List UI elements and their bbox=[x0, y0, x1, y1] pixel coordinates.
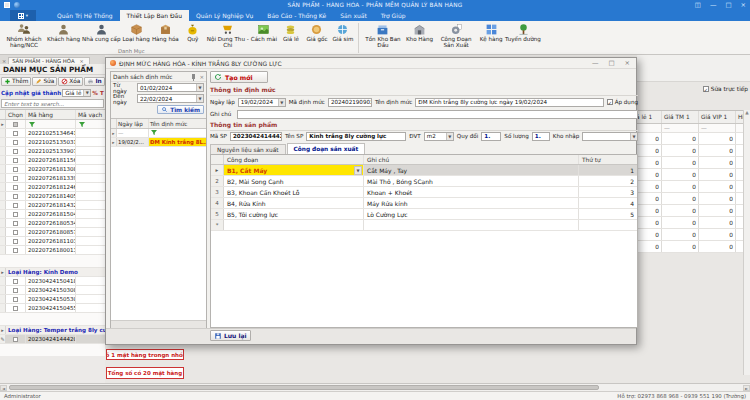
price-grid-row[interactable]: 000 bbox=[628, 169, 743, 181]
chevron-down-icon[interactable]: ▼ bbox=[196, 95, 203, 102]
ribbon-button-price-retail[interactable]: Giá lẻ bbox=[278, 22, 304, 42]
dialog-minimize-button[interactable]: — bbox=[592, 59, 599, 67]
theme-button[interactable]: ◫ bbox=[695, 1, 701, 9]
price-grid-row[interactable]: 000 bbox=[628, 205, 743, 217]
app-menu-button[interactable]: ▾ bbox=[10, 10, 36, 21]
scroll-thumb[interactable] bbox=[9, 385, 599, 390]
product-row[interactable]: 20220726181405 bbox=[0, 192, 105, 201]
menu-tab-2[interactable]: Thiết Lập Ban Đầu bbox=[120, 10, 189, 21]
product-row[interactable]: 20220726180534 bbox=[0, 219, 105, 228]
so-luong-field[interactable]: 1. bbox=[532, 132, 550, 141]
delete-button[interactable]: Xóa bbox=[58, 77, 83, 86]
dialog-tab-1[interactable]: Nguyên liệu sản xuất bbox=[210, 144, 286, 154]
product-row[interactable]: 20230424150455 bbox=[0, 304, 105, 313]
norm-list-row[interactable]: ▸19/02/2...ĐM Kính trắng 8L... bbox=[111, 138, 206, 147]
search-button[interactable]: Tìm kiếm bbox=[157, 105, 204, 114]
ribbon-button-shelf[interactable]: Kệ hàng bbox=[478, 22, 504, 42]
price-type-select[interactable]: Giá lẻ ▼ bbox=[62, 89, 91, 97]
dvt-select[interactable]: m2 ▼ bbox=[424, 132, 454, 141]
print-button[interactable]: In bbox=[84, 77, 104, 86]
norm-list-filter-row[interactable]: ▸— bbox=[111, 129, 206, 138]
row-checkbox[interactable] bbox=[13, 288, 18, 293]
product-row[interactable]: 20230424150418 bbox=[0, 277, 105, 286]
panel-close-icon[interactable]: × bbox=[199, 74, 204, 80]
product-row[interactable]: 20220726181504 bbox=[0, 210, 105, 219]
row-checkbox[interactable] bbox=[13, 194, 18, 199]
ngay-lap-field[interactable]: 19/02/2024 ▼ bbox=[238, 98, 286, 107]
row-checkbox[interactable] bbox=[13, 140, 18, 145]
price-grid-row[interactable]: 000 bbox=[628, 229, 743, 241]
chevron-down-icon[interactable]: ▼ bbox=[630, 133, 637, 140]
product-row[interactable]: 20220726181308 bbox=[0, 165, 105, 174]
add-button[interactable]: Thêm bbox=[1, 77, 31, 86]
chevron-down-icon[interactable]: ▼ bbox=[278, 99, 285, 106]
row-checkbox[interactable] bbox=[13, 212, 18, 217]
ghi-chu-field[interactable] bbox=[237, 110, 638, 119]
checkbox-checked-icon[interactable]: ✓ bbox=[703, 86, 709, 92]
product-row[interactable]: 20220726181103 bbox=[0, 237, 105, 246]
product-row[interactable]: 20230424150530 bbox=[0, 295, 105, 304]
row-checkbox[interactable] bbox=[13, 279, 18, 284]
edit-button[interactable]: Sửa bbox=[32, 77, 57, 86]
price-grid-row[interactable]: 000 bbox=[628, 193, 743, 205]
ma-sp-field[interactable]: 20230424144420 bbox=[230, 132, 282, 141]
minimize-button[interactable]: — bbox=[710, 1, 717, 9]
product-row[interactable]: 20220726180013 bbox=[0, 246, 105, 255]
row-checkbox[interactable] bbox=[13, 203, 18, 208]
search-input[interactable] bbox=[2, 101, 103, 108]
process-row[interactable]: * bbox=[211, 220, 637, 231]
row-checkbox[interactable] bbox=[13, 221, 18, 226]
product-row[interactable]: 20230424150308 bbox=[0, 286, 105, 295]
chevron-down-icon[interactable]: ▼ bbox=[446, 133, 453, 140]
menu-tab-1[interactable]: Quản Trị Hệ Thống bbox=[50, 10, 120, 21]
chevron-down-icon[interactable]: ▼ bbox=[196, 84, 203, 91]
maximize-button[interactable]: □ bbox=[725, 1, 731, 9]
ribbon-button-fund[interactable]: Quỹ bbox=[180, 22, 206, 42]
ribbon-button-supplier[interactable]: Nhà cung cấp bbox=[81, 22, 121, 42]
ten-dinh-muc-field[interactable]: ĐM Kính trắng 8ly cường lực ngày 19/02/2… bbox=[415, 98, 603, 107]
process-row[interactable]: ▸B1, Cắt Máy▼Cắt Máy , Tay1 bbox=[211, 165, 637, 176]
row-checkbox[interactable] bbox=[13, 176, 18, 181]
product-row[interactable]: 20220726181432 bbox=[0, 201, 105, 210]
row-checkbox[interactable] bbox=[13, 149, 18, 154]
edit-direct-option[interactable]: ✓ Sửa trực tiếp bbox=[648, 86, 748, 92]
process-row[interactable]: 3B3, Khoan Cấn Khoét LỗKhoan + Khoét3 bbox=[211, 187, 637, 198]
price-grid-filter-row[interactable]: ——— bbox=[628, 124, 743, 133]
row-checkbox[interactable] bbox=[13, 239, 18, 244]
close-button[interactable]: × bbox=[741, 1, 746, 9]
ribbon-button-price-cost[interactable]: Giá gốc bbox=[304, 22, 330, 42]
menu-tab-5[interactable]: Sản xuất bbox=[333, 10, 374, 21]
process-row[interactable]: 5B5, Tôi cường lựcLò Cường Lực5 bbox=[211, 209, 637, 220]
menu-tab-4[interactable]: Báo Cáo - Thống Kê bbox=[260, 10, 333, 21]
filter-checkbox[interactable] bbox=[13, 122, 18, 127]
row-checkbox[interactable] bbox=[13, 297, 18, 302]
close-icon[interactable]: × bbox=[2, 58, 6, 64]
ribbon-button-customer[interactable]: Khách hàng bbox=[46, 22, 81, 42]
to-date-field[interactable]: 22/02/2024 ▼ bbox=[137, 94, 204, 103]
ribbon-button-category[interactable]: Loại hàng bbox=[122, 22, 151, 42]
tab-san-pham-hang-hoa[interactable]: SẢN PHẨM - HÀNG HÓA × bbox=[8, 57, 90, 64]
ribbon-button-route[interactable]: Tuyến đường bbox=[504, 22, 542, 42]
price-grid-row[interactable]: 000 bbox=[628, 181, 743, 193]
dialog-maximize-button[interactable]: □ bbox=[608, 59, 614, 67]
price-grid-row[interactable]: 000 bbox=[628, 145, 743, 157]
from-date-field[interactable]: 01/02/2024 ▼ bbox=[137, 83, 204, 92]
ribbon-button-stock[interactable]: Tồn Kho Ban Đầu bbox=[361, 22, 405, 49]
row-checkbox[interactable] bbox=[13, 167, 18, 172]
ribbon-button-revenue[interactable]: Nội Dung Thu - Chi bbox=[206, 22, 250, 49]
row-checkbox[interactable] bbox=[13, 230, 18, 235]
product-row[interactable]: 20220726181246 bbox=[0, 183, 105, 192]
product-row[interactable]: 20220726180857 bbox=[0, 228, 105, 237]
cell-dropdown-icon[interactable]: ▼ bbox=[354, 166, 362, 175]
ribbon-button-price-sim[interactable]: Giá sim bbox=[330, 22, 356, 42]
ribbon-button-goods[interactable]: Hàng hóa bbox=[151, 22, 180, 42]
price-grid-row[interactable]: 000 bbox=[628, 133, 743, 145]
quy-doi-field[interactable]: 1. bbox=[481, 132, 501, 141]
pin-icon[interactable] bbox=[192, 74, 195, 79]
product-grid-filter-row[interactable]: ▸ bbox=[0, 120, 105, 129]
row-checkbox[interactable] bbox=[13, 131, 18, 136]
row-checkbox[interactable] bbox=[13, 158, 18, 163]
ma-dinh-muc-field[interactable]: 20240219090313 bbox=[328, 98, 372, 107]
ten-sp-field[interactable]: Kinh trắng 8ly cường lực bbox=[306, 132, 406, 141]
process-row[interactable]: 4B4, Rửa KínhMáy Rửa kính4 bbox=[211, 198, 637, 209]
